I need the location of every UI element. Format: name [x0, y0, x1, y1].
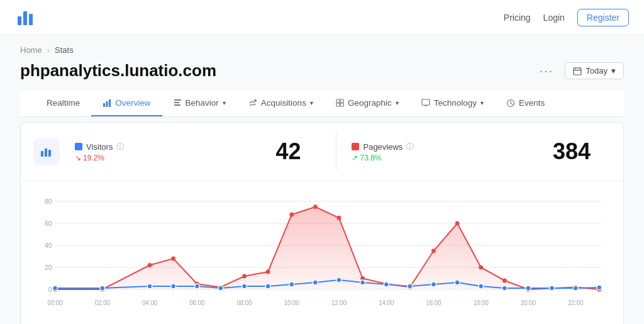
- acquisitions-icon: [248, 99, 257, 108]
- svg-rect-14: [340, 99, 343, 103]
- header-nav: Pricing Login Register: [504, 9, 629, 26]
- svg-point-49: [431, 249, 436, 253]
- technology-chevron-icon: ▾: [480, 99, 484, 106]
- geographic-chevron-icon: ▾: [396, 99, 399, 106]
- tabs-container: Realtime Overview Behavior ▾: [0, 91, 644, 117]
- svg-point-51: [479, 265, 483, 270]
- breadcrumb-separator: ›: [47, 45, 50, 55]
- svg-rect-12: [174, 104, 180, 106]
- svg-rect-22: [45, 148, 47, 157]
- svg-text:00:00: 00:00: [48, 299, 64, 306]
- behavior-chevron-icon: ▾: [223, 99, 226, 106]
- svg-rect-15: [336, 103, 340, 106]
- breadcrumb: Home › Stats: [0, 35, 644, 59]
- tab-realtime-label: Realtime: [47, 98, 80, 108]
- svg-text:14:00: 14:00: [379, 299, 394, 306]
- svg-point-58: [100, 286, 105, 291]
- register-button[interactable]: Register: [577, 9, 629, 26]
- svg-rect-0: [18, 16, 21, 25]
- tab-behavior-label: Behavior: [186, 98, 219, 108]
- svg-point-50: [455, 221, 460, 226]
- tab-overview-label: Overview: [115, 98, 150, 108]
- calendar-icon: [573, 67, 582, 75]
- svg-point-37: [148, 263, 152, 267]
- svg-point-43: [289, 213, 294, 217]
- svg-rect-10: [174, 99, 181, 101]
- up-arrow-icon: ↗: [352, 154, 358, 162]
- behavior-icon: [174, 99, 182, 107]
- svg-text:16:00: 16:00: [426, 299, 441, 306]
- tab-acquisitions[interactable]: Acquisitions ▾: [237, 91, 325, 116]
- svg-point-57: [53, 286, 58, 291]
- header: Pricing Login Register: [0, 0, 644, 35]
- visitors-badge: [75, 143, 82, 150]
- svg-marker-34: [55, 207, 599, 289]
- chevron-down-icon: ▾: [611, 66, 616, 75]
- svg-rect-8: [106, 101, 108, 107]
- svg-text:02:00: 02:00: [95, 299, 111, 306]
- svg-text:20: 20: [45, 264, 52, 271]
- date-picker-button[interactable]: Today ▾: [565, 62, 624, 79]
- svg-rect-23: [48, 150, 51, 157]
- tab-technology[interactable]: Technology ▾: [410, 91, 495, 116]
- tab-realtime[interactable]: Realtime: [35, 91, 91, 116]
- svg-point-61: [194, 284, 199, 289]
- svg-rect-2: [29, 14, 33, 25]
- svg-text:04:00: 04:00: [142, 299, 158, 306]
- svg-point-65: [289, 282, 294, 287]
- pageviews-info-icon[interactable]: ⓘ: [406, 142, 414, 152]
- svg-point-52: [502, 279, 507, 283]
- chart-svg: 80 60 40 20 0: [31, 189, 613, 324]
- logo: [15, 5, 38, 30]
- visitors-info-icon[interactable]: ⓘ: [116, 142, 124, 152]
- svg-text:08:00: 08:00: [236, 299, 252, 306]
- svg-text:80: 80: [45, 198, 52, 205]
- page-title: phpanalytics.lunatio.com: [20, 61, 216, 81]
- pageviews-change: ↗ 73.8%: [352, 154, 537, 162]
- visitors-value: 42: [275, 138, 321, 165]
- svg-point-77: [573, 286, 578, 291]
- tab-geographic[interactable]: Geographic ▾: [325, 91, 410, 116]
- date-label: Today: [586, 66, 608, 75]
- tab-behavior[interactable]: Behavior ▾: [162, 91, 237, 116]
- tab-technology-label: Technology: [434, 98, 477, 108]
- svg-point-68: [360, 280, 365, 285]
- visitors-stat: Visitors ⓘ ↘ 19.2%: [75, 142, 260, 162]
- svg-point-44: [313, 204, 318, 209]
- svg-point-41: [242, 274, 247, 279]
- pricing-link[interactable]: Pricing: [504, 13, 531, 23]
- svg-point-63: [242, 284, 247, 289]
- pageviews-label: Pageviews ⓘ: [352, 142, 537, 152]
- stats-card-icon: [33, 138, 60, 165]
- svg-rect-17: [422, 99, 430, 105]
- svg-text:10:00: 10:00: [284, 299, 300, 306]
- tab-geographic-label: Geographic: [348, 98, 392, 108]
- stats-card: Visitors ⓘ ↘ 19.2% 42 Pageviews ⓘ ↗: [20, 122, 624, 324]
- svg-point-59: [147, 284, 152, 289]
- svg-rect-7: [103, 103, 105, 107]
- tab-overview[interactable]: Overview: [91, 91, 162, 116]
- chart-area: 80 60 40 20 0: [21, 181, 623, 324]
- svg-text:12:00: 12:00: [331, 299, 347, 306]
- svg-rect-1: [23, 11, 27, 25]
- svg-point-75: [526, 286, 531, 291]
- svg-point-73: [479, 284, 484, 289]
- login-link[interactable]: Login: [543, 13, 565, 23]
- svg-point-66: [313, 280, 318, 285]
- svg-text:0: 0: [48, 286, 52, 293]
- tab-events[interactable]: Events: [495, 91, 556, 116]
- breadcrumb-home[interactable]: Home: [20, 45, 42, 55]
- svg-point-45: [337, 216, 341, 220]
- svg-point-67: [336, 277, 341, 282]
- tab-events-label: Events: [519, 98, 545, 108]
- more-button[interactable]: ···: [536, 62, 558, 79]
- svg-rect-21: [41, 151, 43, 157]
- technology-icon: [421, 99, 430, 107]
- tabs: Realtime Overview Behavior ▾: [20, 91, 624, 117]
- svg-point-38: [171, 257, 175, 261]
- pageviews-stat: Pageviews ⓘ ↗ 73.8%: [352, 142, 537, 162]
- acquisitions-chevron-icon: ▾: [310, 99, 313, 106]
- svg-rect-16: [340, 103, 343, 106]
- svg-text:18:00: 18:00: [474, 299, 489, 306]
- svg-point-72: [455, 280, 460, 285]
